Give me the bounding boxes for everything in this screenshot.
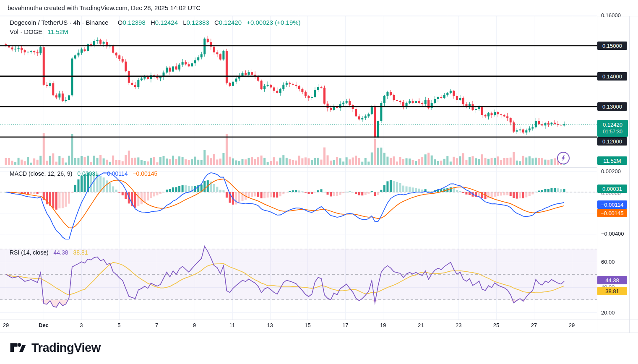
tradingview-chart-page: bevahmutha created with TradingView.com,… (0, 0, 638, 364)
x-tick-label: 23 (456, 322, 461, 328)
tradingview-logo-icon (10, 340, 26, 356)
bar-countdown: 01:57:30 (603, 129, 622, 135)
lightning-bolt-button[interactable] (557, 152, 570, 164)
rsi-pane-divider[interactable] (0, 240, 597, 240)
y-axis-label: 60.00 (601, 259, 615, 265)
current-price-value: 0.12420 (603, 122, 622, 128)
ohlc-open: O0.12398 (115, 19, 146, 26)
macd-title[interactable]: MACD (close, 12, 26, 9) (10, 170, 72, 177)
y-axis-label: 0.16000 (601, 12, 621, 18)
x-tick-label: 29 (3, 322, 9, 328)
price-level-badge: 0.13000 (597, 102, 627, 111)
indicator-value-badge: −0.00114 (597, 200, 627, 209)
rsi-title[interactable]: RSI (14, close) (10, 249, 49, 256)
rsi-value: 44.38 (53, 249, 68, 256)
macd-pane-divider[interactable] (0, 167, 597, 168)
macd-legend: MACD (close, 12, 26, 9) 0.00031 −0.00114… (10, 170, 157, 177)
tradingview-logo[interactable]: TradingView (10, 340, 101, 356)
right-edge-divider (629, 16, 630, 333)
x-tick-label: 7 (155, 322, 158, 328)
price-change: +0.00023 (+0.19%) (247, 19, 300, 26)
indicator-value-badge: 0.00031 (597, 185, 627, 193)
x-tick-label: 9 (193, 322, 196, 328)
y-axis-label: 0.00200 (601, 168, 621, 174)
x-tick-label: 29 (569, 322, 575, 328)
volume-legend: Vol · DOGE 11.52M (10, 28, 68, 35)
current-price-badge: 0.1242001:57:30 (597, 120, 628, 137)
x-tick-label: Dec (39, 322, 49, 328)
x-tick-label: 21 (418, 322, 424, 328)
ohlc-low: L0.12383 (180, 19, 209, 26)
tradingview-logo-text: TradingView (31, 341, 101, 355)
volume-value: 11.52M (48, 28, 68, 35)
macd-signal-value: −0.00145 (133, 170, 157, 177)
indicator-value-badge: 38.81 (597, 287, 627, 295)
time-axis-divider (0, 320, 638, 320)
y-axis-label: −0.00400 (601, 231, 624, 237)
ohlc-close: C0.12420 (211, 19, 242, 26)
symbol-title[interactable]: Dogecoin / TetherUS · 4h · Binance (10, 19, 109, 26)
x-tick-label: 27 (531, 322, 537, 328)
indicator-value-badge: 11.52M (597, 156, 627, 165)
x-tick-label: 3 (80, 322, 83, 328)
macd-hist-value: 0.00031 (77, 170, 99, 177)
price-level-badge: 0.14000 (597, 72, 627, 81)
x-tick-label: 13 (267, 322, 273, 328)
price-chart-canvas[interactable] (0, 0, 638, 364)
macd-line-value: −0.00114 (104, 170, 128, 177)
x-tick-label: 19 (380, 322, 386, 328)
x-tick-label: 15 (305, 322, 310, 328)
y-axis-label: 20.00 (601, 309, 615, 316)
volume-label[interactable]: Vol · DOGE (10, 28, 42, 35)
x-tick-label: 11 (229, 322, 235, 328)
rsi-ma-value: 38.81 (73, 249, 88, 256)
lightning-bolt-icon (560, 155, 567, 161)
symbol-legend: Dogecoin / TetherUS · 4h · Binance O0.12… (10, 19, 301, 26)
x-tick-label: 5 (117, 322, 120, 328)
x-tick-label: 17 (342, 322, 348, 328)
price-level-badge: 0.12000 (597, 137, 627, 146)
chart-bottom-border (0, 333, 638, 333)
header-credit: bevahmutha created with TradingView.com,… (8, 4, 201, 11)
rsi-legend: RSI (14, close) 44.38 38.81 (10, 249, 88, 256)
ohlc-high: H0.12424 (147, 19, 178, 26)
indicator-value-badge: −0.00145 (597, 209, 627, 217)
price-axis-divider (597, 16, 597, 333)
header-divider (0, 16, 638, 16)
x-tick-label: 25 (493, 322, 499, 328)
indicator-value-badge: 44.38 (597, 276, 627, 284)
price-level-badge: 0.15000 (597, 42, 627, 50)
